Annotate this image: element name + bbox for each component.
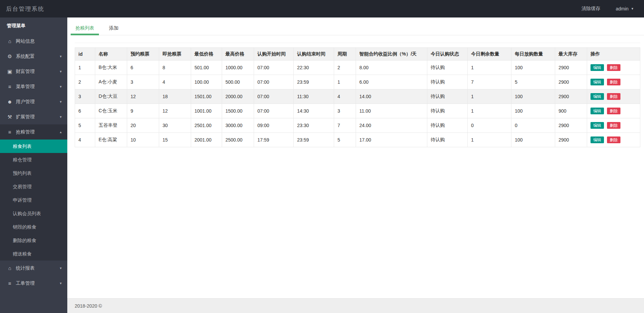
delete-button[interactable]: 删除 <box>607 122 620 129</box>
column-header: 操作 <box>587 48 640 61</box>
table-cell: 五谷丰登 <box>95 118 127 133</box>
table-cell: 2900 <box>555 75 587 89</box>
home-icon: ⌂ <box>7 38 13 44</box>
table-cell: 5 <box>75 118 95 133</box>
edit-button[interactable]: 编辑 <box>591 79 604 85</box>
sidebar-item-label: 菜单管理 <box>16 84 35 90</box>
table-cell: 待认购 <box>427 133 468 147</box>
actions-cell: 编辑删除 <box>587 118 640 133</box>
column-header: 今日剩余数量 <box>468 48 511 61</box>
table-cell: 500.00 <box>222 75 254 89</box>
table-cell: 20 <box>127 118 159 133</box>
table-cell: 8.00 <box>356 61 427 75</box>
table-cell: 100 <box>511 61 555 75</box>
sidebar-item[interactable]: ⚙系统配置▼ <box>0 49 67 64</box>
edit-button[interactable]: 编辑 <box>591 122 604 129</box>
table-cell: 100 <box>511 89 555 104</box>
table-cell: 1 <box>334 75 356 89</box>
delete-button[interactable]: 删除 <box>607 108 620 114</box>
sidebar-item[interactable]: ▣财富管理▼ <box>0 64 67 79</box>
table-cell: 30 <box>159 118 191 133</box>
column-header: 名称 <box>95 48 127 61</box>
table-cell: 100 <box>511 133 555 147</box>
table-cell: 11:30 <box>294 89 334 104</box>
sidebar-subitem[interactable]: 预约列表 <box>0 166 67 180</box>
bars-icon: ≡ <box>7 280 13 286</box>
table-cell: 3 <box>75 89 95 104</box>
sidebar-item-label: 财富管理 <box>16 69 35 75</box>
table-cell: 2 <box>334 61 356 75</box>
sidebar-subitem[interactable]: 赠送粮食 <box>0 247 67 261</box>
table-cell: 22:30 <box>294 61 334 75</box>
table-cell: 待认购 <box>427 104 468 118</box>
user-menu[interactable]: admin ▼ <box>616 6 634 11</box>
table-cell: 1 <box>468 89 511 104</box>
delete-button[interactable]: 删除 <box>607 136 620 143</box>
sidebar-item[interactable]: ≡抢粮管理▲ <box>0 124 67 140</box>
sidebar-subitem[interactable]: 认购会员列表 <box>0 207 67 220</box>
sidebar-item[interactable]: ⌂网站信息 <box>0 34 67 49</box>
table-cell: 24.00 <box>356 118 427 133</box>
sidebar-item-label: 系统配置 <box>16 53 35 60</box>
topbar: 后台管理系统 清除缓存 admin ▼ <box>0 0 644 17</box>
table-cell: 1001.00 <box>191 104 222 118</box>
edit-button[interactable]: 编辑 <box>591 64 604 71</box>
edit-button[interactable]: 编辑 <box>591 108 604 114</box>
edit-button[interactable]: 编辑 <box>591 136 604 143</box>
table-cell: 100 <box>511 104 555 118</box>
sidebar-item[interactable]: ☻用户管理▼ <box>0 94 67 109</box>
chevron-down-icon: ▼ <box>59 115 62 119</box>
sidebar-subitem[interactable]: 申诉管理 <box>0 193 67 207</box>
delete-button[interactable]: 删除 <box>607 64 620 71</box>
sidebar-subitem[interactable]: 删除的粮食 <box>0 234 67 247</box>
table-row: 5五谷丰登20302501.003000.0009:0023:30724.00待… <box>75 118 640 133</box>
table-cell: 11.00 <box>356 104 427 118</box>
table-cell: 23:59 <box>294 133 334 147</box>
table-cell: 18 <box>159 89 191 104</box>
column-header: id <box>75 48 95 61</box>
sidebar-subitem[interactable]: 粮食列表 <box>0 140 67 153</box>
tab-grab-list[interactable]: 抢粮列表 <box>71 21 99 35</box>
app-title: 后台管理系统 <box>6 5 44 13</box>
sidebar-subitem[interactable]: 销毁的粮食 <box>0 220 67 234</box>
table-cell: 09:00 <box>254 118 294 133</box>
table-cell: 23:30 <box>294 118 334 133</box>
table-cell: 12 <box>159 104 191 118</box>
sidebar-item-label: 用户管理 <box>16 99 35 105</box>
tab-add[interactable]: 添加 <box>104 21 123 35</box>
sidebar-item-label: 抢粮管理 <box>16 129 35 135</box>
chevron-down-icon: ▼ <box>59 55 62 58</box>
sidebar-subitem[interactable]: 交易管理 <box>0 180 67 193</box>
table-cell: 2001.00 <box>191 133 222 147</box>
table-cell: 14.00 <box>356 89 427 104</box>
sidebar-item-label: 统计报表 <box>16 265 35 271</box>
column-header: 智能合约收益比例（%）/天 <box>356 48 427 61</box>
copyright-text: 2018-2020 © <box>75 303 102 309</box>
sidebar-subitem[interactable]: 粮仓管理 <box>0 153 67 166</box>
table-cell: 0 <box>468 118 511 133</box>
delete-button[interactable]: 删除 <box>607 93 620 100</box>
sidebar-item-label: 网站信息 <box>16 38 35 44</box>
sidebar-item[interactable]: ≡工单管理▼ <box>0 276 67 291</box>
chevron-down-icon: ▼ <box>631 7 634 10</box>
column-header: 认购开始时间 <box>254 48 294 61</box>
sidebar: 管理菜单 ⌂网站信息⚙系统配置▼▣财富管理▼≡菜单管理▼☻用户管理▼⚒扩展管理▼… <box>0 17 67 313</box>
sidebar-item[interactable]: ⚒扩展管理▼ <box>0 109 67 124</box>
sidebar-item[interactable]: ⌂统计报表▼ <box>0 261 67 276</box>
sidebar-item[interactable]: ≡菜单管理▼ <box>0 79 67 94</box>
table-cell: 07:00 <box>254 104 294 118</box>
clear-cache-button[interactable]: 清除缓存 <box>581 6 600 12</box>
edit-button[interactable]: 编辑 <box>591 93 604 100</box>
table-cell: 17:59 <box>254 133 294 147</box>
table-cell: 1501.00 <box>191 89 222 104</box>
chevron-down-icon: ▼ <box>59 70 62 73</box>
table-cell: 待认购 <box>427 61 468 75</box>
users-icon: ☻ <box>7 99 13 105</box>
sidebar-item-label: 工单管理 <box>16 280 35 286</box>
column-header: 最低价格 <box>191 48 222 61</box>
divider <box>75 43 640 43</box>
delete-button[interactable]: 删除 <box>607 79 620 85</box>
table-cell: 7 <box>468 75 511 89</box>
actions-cell: 编辑删除 <box>587 75 640 89</box>
table-cell: 23:59 <box>294 75 334 89</box>
